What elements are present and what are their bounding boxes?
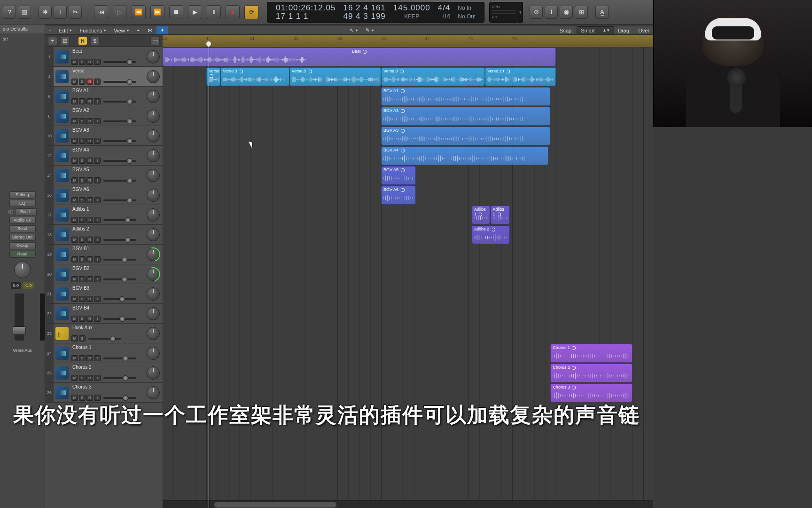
pan-knob[interactable] [147,347,160,360]
playhead-handle[interactable] [205,40,212,47]
solo-button[interactable]: S [79,256,86,262]
solo-button[interactable]: S [79,158,86,164]
toolbar-btn-3[interactable]: ◉ [560,6,573,19]
record-icon[interactable]: ● [226,5,240,19]
track-row[interactable]: 4 Verse MSRI [45,67,163,87]
automation-read-button[interactable]: Read [9,251,36,258]
record-enable-button[interactable]: R [86,79,93,85]
input-monitor-button[interactable]: I [94,59,101,65]
stop-icon[interactable]: ⏹ [169,5,183,19]
mute-button[interactable]: M [71,316,78,322]
record-enable-button[interactable]: R [86,316,93,322]
pause-icon[interactable]: ⏸ [207,5,221,19]
input-monitor-button[interactable]: I [94,256,101,262]
pan-knob[interactable] [147,90,160,103]
mute-button[interactable]: M [71,395,78,401]
solo-button[interactable]: S [79,355,86,361]
play-icon[interactable]: ▶ [188,5,202,19]
audiofx-button[interactable]: Audio FX [9,217,36,224]
solo-button[interactable]: S [79,335,86,341]
audio-region[interactable]: Chorus 3 [550,383,632,402]
audio-region[interactable]: BGV A2 [381,107,550,126]
solo-button[interactable]: S [79,276,86,282]
mute-button[interactable]: M [71,355,78,361]
track-name[interactable]: BGV A2 [71,108,145,113]
audio-region[interactable]: BGV A4 [381,146,548,165]
volume-slider[interactable] [103,357,136,359]
audio-region[interactable]: Adlibs 2 [472,225,510,244]
audio-region[interactable]: BGV A5 [381,166,416,185]
go-to-start-icon[interactable]: ⏮ [94,5,108,19]
audio-region[interactable]: Verse.10 [485,67,556,86]
input-monitor-button[interactable]: I [94,79,101,85]
input-monitor-button[interactable]: I [94,118,101,124]
volume-slider[interactable] [103,101,136,103]
pan-knob[interactable] [147,149,160,162]
pan-knob[interactable] [147,248,160,261]
input-monitor-button[interactable]: I [94,197,101,203]
pointer-tool-icon[interactable]: ↖ [346,26,362,34]
input-monitor-button[interactable]: I [94,177,101,183]
waveform-icon[interactable] [55,366,69,380]
record-enable-button[interactable]: R [86,355,93,361]
record-enable-button[interactable]: R [86,59,93,65]
pan-knob[interactable] [147,307,160,320]
duplicate-track-button[interactable]: ⊟ [60,37,70,45]
record-enable-button[interactable]: R [86,197,93,203]
track-name[interactable]: BGV B3 [71,286,145,291]
mute-button[interactable]: M [71,197,78,203]
eq-button[interactable]: EQ [9,200,36,207]
record-enable-button[interactable]: R [86,118,93,124]
mute-button[interactable]: M [71,98,78,104]
track-row[interactable]: 23 Hook Aux MS [45,324,163,343]
record-enable-button[interactable]: R [86,98,93,104]
send-button[interactable]: Send [9,225,36,232]
functions-menu[interactable]: Functions [76,26,110,34]
hide-button[interactable]: H [78,37,87,45]
pan-knob[interactable] [147,50,160,64]
mute-button[interactable]: M [71,296,78,302]
meter-expand-icon[interactable]: ▾ [518,2,523,23]
track-name[interactable]: Beat [71,48,145,54]
waveform-icon[interactable] [55,228,69,241]
audio-region[interactable]: Beat [163,48,556,66]
audio-region[interactable]: Verse.5 [289,67,381,86]
track-row[interactable]: 8 BGV A2 MSRI [45,106,163,126]
volume-slider[interactable] [103,298,136,300]
waveform-icon[interactable] [55,307,69,320]
snap-dropdown[interactable]: Smart▲▼ [577,26,614,34]
channel-fader[interactable] [15,294,24,341]
waveform-icon[interactable] [55,347,69,360]
marquee-icon[interactable]: ✦ [156,26,168,34]
waveform-icon[interactable] [55,110,69,123]
drag-value[interactable]: Over [634,26,653,34]
solo-button[interactable]: S [79,375,86,381]
bus-button[interactable]: Bus 1 [15,208,37,215]
solo-button[interactable]: S [79,237,86,243]
solo-button[interactable]: S [79,217,86,223]
volume-slider[interactable] [103,180,136,182]
input-monitor-button[interactable]: I [94,217,101,223]
pan-knob[interactable] [147,287,160,301]
input-monitor-button[interactable]: I [94,316,101,322]
waveform-icon[interactable] [55,50,69,64]
volume-slider[interactable] [103,278,136,280]
rewind-icon[interactable]: ⏪ [132,5,146,19]
input-monitor-button[interactable]: I [94,276,101,282]
toolbar-btn-4[interactable]: ⊞ [575,6,588,19]
edit-menu[interactable]: Edit [55,26,76,34]
track-row[interactable]: 18 Adlibs 2 MSRI [45,225,163,245]
audio-region[interactable]: Adlibs 1 [472,206,491,224]
flex-icon[interactable]: ⋈ [144,26,156,34]
record-enable-button[interactable]: R [86,276,93,282]
solo-button[interactable]: S [79,296,86,302]
track-row[interactable]: 21 BGV B3 MSRI [45,284,163,304]
smart-controls-icon[interactable]: ✻ [39,6,52,19]
solo-button[interactable]: S [79,98,86,104]
pencil-tool-icon[interactable]: ✎ [362,26,378,34]
track-row[interactable]: 6 BGV A1 MSRI [45,87,163,106]
mute-button[interactable]: M [71,335,78,341]
mute-button[interactable]: M [71,256,78,262]
record-enable-button[interactable]: R [86,375,93,381]
input-monitor-button[interactable]: I [94,158,101,164]
